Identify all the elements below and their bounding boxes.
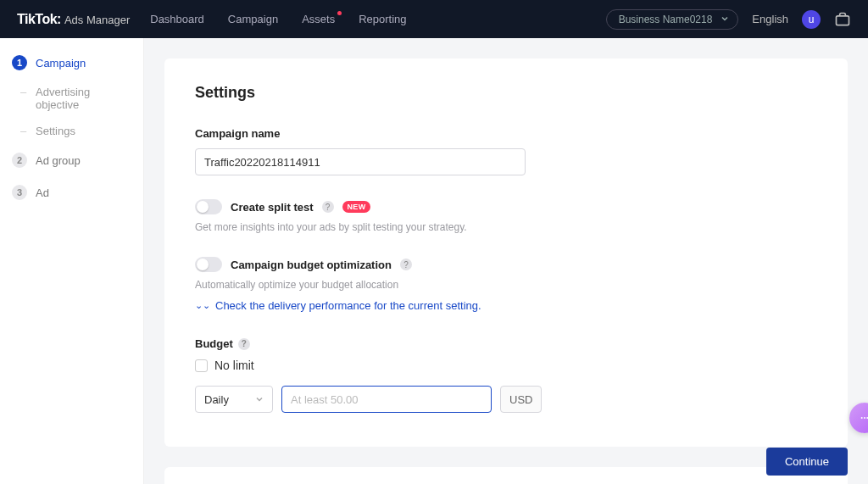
budget-label: Budget ? bbox=[195, 337, 817, 350]
step-number: 2 bbox=[12, 153, 27, 168]
business-name: Business Name0218 bbox=[619, 14, 713, 25]
sidebar-sub-objective[interactable]: Advertising objective bbox=[0, 79, 143, 118]
cbo-label: Campaign budget optimization bbox=[231, 259, 392, 271]
sidebar-step-campaign[interactable]: 1 Campaign bbox=[0, 47, 143, 79]
brand-subtitle: Ads Manager bbox=[64, 14, 130, 26]
continue-button[interactable]: Continue bbox=[766, 448, 848, 476]
sidebar-sub-settings[interactable]: Settings bbox=[0, 118, 143, 144]
top-nav: TikTok: Ads Manager Dashboard Campaign A… bbox=[0, 0, 868, 38]
split-test-toggle[interactable] bbox=[195, 199, 222, 214]
step-label: Ad bbox=[36, 186, 49, 199]
settings-card: Settings Campaign name Create split test… bbox=[164, 58, 848, 447]
cbo-link-text: Check the delivery performance for the c… bbox=[215, 299, 481, 312]
cbo-toggle[interactable] bbox=[195, 257, 222, 272]
svg-point-2 bbox=[864, 417, 865, 419]
step-number: 3 bbox=[12, 185, 27, 200]
next-section-card bbox=[164, 467, 848, 484]
cbo-helper: Automatically optimize your budget alloc… bbox=[195, 279, 817, 291]
new-badge: NEW bbox=[342, 201, 371, 213]
no-limit-label: No limit bbox=[214, 359, 254, 372]
step-number: 1 bbox=[12, 55, 27, 70]
campaign-name-label: Campaign name bbox=[195, 127, 817, 140]
double-chevron-down-icon: ⌄⌄ bbox=[195, 300, 210, 311]
campaign-name-input[interactable] bbox=[195, 148, 526, 175]
chevron-down-icon bbox=[255, 395, 264, 403]
split-test-label: Create split test bbox=[231, 201, 314, 214]
briefcase-icon[interactable] bbox=[834, 11, 851, 28]
help-icon[interactable]: ? bbox=[322, 201, 334, 213]
nav-links: Dashboard Campaign Assets Reporting bbox=[150, 13, 406, 25]
nav-reporting[interactable]: Reporting bbox=[359, 13, 406, 25]
help-icon[interactable]: ? bbox=[400, 259, 412, 270]
svg-point-1 bbox=[861, 417, 863, 419]
brand: TikTok: Ads Manager bbox=[17, 12, 130, 27]
nav-campaign[interactable]: Campaign bbox=[228, 13, 278, 25]
cbo-link[interactable]: ⌄⌄ Check the delivery performance for th… bbox=[195, 299, 481, 312]
nav-assets[interactable]: Assets bbox=[302, 13, 335, 25]
sidebar-step-ad[interactable]: 3 Ad bbox=[0, 176, 143, 209]
brand-logo: TikTok: bbox=[17, 12, 61, 27]
main-content: Settings Campaign name Create split test… bbox=[144, 38, 868, 484]
avatar[interactable]: u bbox=[802, 10, 821, 29]
budget-currency: USD bbox=[500, 386, 542, 413]
step-label: Campaign bbox=[36, 57, 86, 70]
budget-frequency-select[interactable]: Daily bbox=[195, 386, 273, 413]
language-select[interactable]: English bbox=[752, 13, 788, 25]
chat-icon bbox=[858, 411, 868, 425]
sidebar: 1 Campaign Advertising objective Setting… bbox=[0, 38, 144, 484]
sidebar-step-adgroup[interactable]: 2 Ad group bbox=[0, 144, 143, 176]
svg-rect-0 bbox=[837, 15, 849, 25]
nav-assets-label: Assets bbox=[302, 13, 335, 25]
chevron-down-icon bbox=[721, 14, 729, 25]
budget-frequency-value: Daily bbox=[204, 393, 229, 406]
settings-title: Settings bbox=[195, 84, 817, 102]
budget-amount-input[interactable] bbox=[281, 386, 492, 413]
notification-dot-icon bbox=[337, 11, 342, 15]
split-test-helper: Get more insights into your ads by split… bbox=[195, 221, 817, 233]
step-label: Ad group bbox=[36, 154, 81, 167]
help-icon[interactable]: ? bbox=[238, 338, 250, 350]
no-limit-checkbox[interactable] bbox=[195, 359, 208, 372]
nav-dashboard[interactable]: Dashboard bbox=[150, 13, 204, 25]
business-select[interactable]: Business Name0218 bbox=[606, 9, 739, 30]
